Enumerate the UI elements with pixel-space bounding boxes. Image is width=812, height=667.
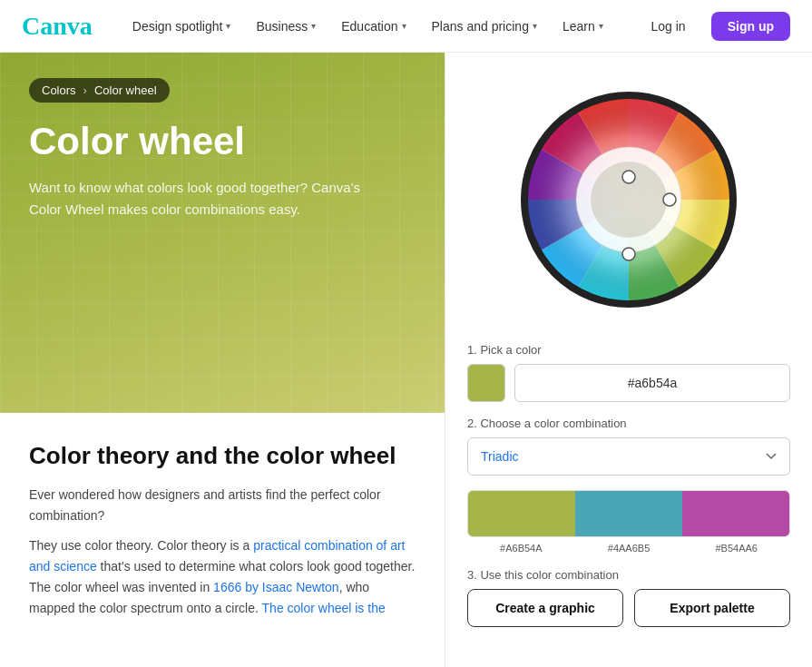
left-content: Colors › Color wheel Color wheel Want to… (0, 53, 445, 246)
palette-labels: #A6B54A #4AA6B5 #B54AA6 (467, 543, 790, 554)
color-wheel-svg[interactable] (511, 82, 747, 318)
breadcrumb-separator: › (83, 83, 87, 97)
nav-plans[interactable]: Plans and pricing ▾ (421, 12, 548, 41)
login-button[interactable]: Log in (637, 12, 700, 41)
pick-color-section: 1. Pick a color (467, 343, 790, 402)
choose-combination-section: 2. Choose a color combination Complement… (467, 417, 790, 476)
color-input-row (467, 364, 790, 402)
breadcrumb: Colors › Color wheel (29, 78, 170, 103)
color-wheel-handle-3[interactable] (622, 171, 635, 183)
link-1666[interactable]: 1666 by Isaac Newton (213, 580, 339, 594)
action-buttons: Create a graphic Export palette (467, 589, 790, 627)
chevron-down-icon: ▾ (402, 21, 406, 31)
article-title: Color theory and the color wheel (29, 442, 416, 470)
export-palette-button[interactable]: Export palette (634, 589, 790, 627)
use-combination-section: 3. Use this color combination Create a g… (467, 568, 790, 627)
right-panel: 1. Pick a color 2. Choose a color combin… (445, 53, 812, 667)
nav-education[interactable]: Education ▾ (330, 12, 416, 41)
breadcrumb-current: Color wheel (94, 83, 157, 97)
signup-button[interactable]: Sign up (711, 12, 790, 41)
palette-label-3: #B54AA6 (682, 543, 790, 554)
palette-label-2: #4AA6B5 (575, 543, 683, 554)
create-graphic-button[interactable]: Create a graphic (467, 589, 623, 627)
use-label: 3. Use this color combination (467, 568, 790, 582)
left-panel: Colors › Color wheel Color wheel Want to… (0, 53, 445, 667)
palette-label-1: #A6B54A (467, 543, 575, 554)
palette-display: #A6B54A #4AA6B5 #B54AA6 (467, 490, 790, 554)
chevron-down-icon: ▾ (599, 21, 603, 31)
main-layout: Colors › Color wheel Color wheel Want to… (0, 53, 812, 667)
color-wheel-handle-2[interactable] (622, 248, 635, 260)
nav-design-spotlight[interactable]: Design spotlight ▾ (122, 12, 242, 41)
hex-input[interactable] (514, 364, 790, 402)
combination-label: 2. Choose a color combination (467, 417, 790, 430)
pick-color-label: 1. Pick a color (467, 343, 790, 357)
canva-logo[interactable]: Canva (22, 12, 93, 41)
chevron-down-icon: ▾ (533, 21, 537, 31)
article-section: Color theory and the color wheel Ever wo… (0, 413, 445, 667)
color-wheel-handle-1[interactable] (663, 193, 676, 206)
palette-bar (467, 490, 790, 537)
navigation: Canva Design spotlight ▾ Business ▾ Educ… (0, 0, 812, 53)
chevron-down-icon: ▾ (311, 21, 316, 31)
nav-actions: Log in Sign up (637, 12, 790, 41)
nav-learn[interactable]: Learn ▾ (552, 12, 614, 41)
palette-segment-3 (682, 491, 789, 536)
nav-business[interactable]: Business ▾ (245, 12, 327, 41)
nav-links: Design spotlight ▾ Business ▾ Education … (122, 12, 637, 41)
color-swatch[interactable] (467, 364, 505, 402)
breadcrumb-colors[interactable]: Colors (42, 83, 76, 97)
combination-select[interactable]: Complementary Triadic Tetradic Analogous… (467, 437, 790, 476)
page-title: Color wheel (29, 121, 416, 162)
page-description: Want to know what colors look good toget… (29, 177, 374, 221)
color-wheel-visual (467, 74, 790, 329)
palette-segment-2 (575, 491, 682, 536)
chevron-down-icon: ▾ (226, 21, 230, 31)
link-color-wheel[interactable]: The color wheel is the (262, 601, 386, 615)
article-para2: They use color theory. Color theory is a… (29, 535, 416, 619)
article-para1: Ever wondered how designers and artists … (29, 485, 416, 526)
article-body: Ever wondered how designers and artists … (29, 485, 416, 620)
palette-segment-1 (468, 491, 575, 536)
